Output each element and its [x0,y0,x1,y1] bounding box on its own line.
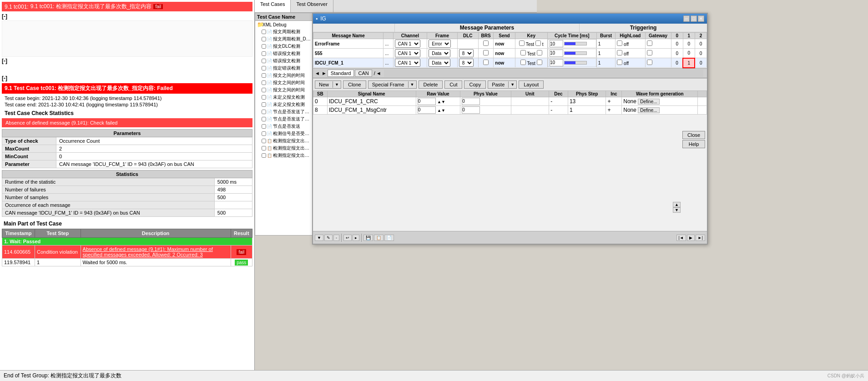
can-nav-right[interactable]: ► [322,70,327,76]
list-item[interactable]: 📄报文周期检测 [255,28,313,35]
toolbar-btn-3[interactable]: - [333,235,339,241]
highload-checkbox[interactable] [617,50,622,55]
list-item[interactable]: 📄节点是否发送 [255,123,313,130]
toolbar-play-prev[interactable]: |◄ [676,235,686,241]
ig-close-side-btn[interactable]: Close [682,131,705,139]
cut-btn[interactable]: Cut [444,80,462,89]
tab-test-observer[interactable]: Test Observer [291,0,333,12]
toolbar-btn-8[interactable]: 📄 [384,235,394,241]
list-item[interactable]: 📄错误报文检测 [255,57,313,65]
cycle-slider[interactable] [564,61,587,65]
paste-dropdown[interactable]: Paste ▼ [488,80,517,89]
sig-expand-up[interactable]: ▲ [673,202,681,207]
tree-checkbox[interactable] [262,117,266,121]
toolbar-play[interactable]: ▶ [687,235,695,241]
tree-checkbox[interactable] [262,139,266,143]
frame-select[interactable]: Data [429,59,450,67]
cycle-slider[interactable] [564,51,587,55]
channel-select[interactable]: CAN 1 [395,40,420,48]
paste-arrow[interactable]: ▼ [508,81,516,88]
special-frame-dropdown[interactable]: Special Frame ▼ [368,80,417,89]
collapse-btn-3[interactable]: [-] [2,75,252,81]
toolbar-btn-7[interactable]: 📋 [374,235,384,241]
new-dropdown[interactable]: New ▼ [315,80,341,89]
toolbar-btn-6[interactable]: 💾 [363,235,373,241]
ig-close-btn[interactable]: ✕ [698,15,704,22]
raw-input[interactable] [418,98,436,105]
can-nav-left[interactable]: ◄ [315,70,320,76]
tree-checkbox[interactable] [262,88,266,92]
list-item[interactable]: 📄检测信号是否受重置定否被改变 [255,130,313,137]
channel-select[interactable]: CAN 1 [395,49,420,57]
toolbar-btn-4[interactable]: ↩ [343,235,352,241]
gateway-checkbox[interactable] [647,60,652,65]
toolbar-btn-2[interactable]: ✎ [324,235,333,241]
ig-minimize-btn[interactable]: ─ [683,15,690,22]
tree-checkbox[interactable] [262,102,266,107]
key-checkbox[interactable] [537,60,542,65]
tree-checkbox[interactable] [262,80,266,85]
tree-checkbox[interactable] [262,44,266,49]
list-item[interactable]: 📋检测指定报文出现了最多次数 [255,137,313,145]
list-item[interactable]: 📄未定义报文检测 [255,101,313,108]
ig-help-btn[interactable]: Help [682,140,705,148]
cycle-time-input[interactable] [550,50,563,57]
raw-input[interactable] [418,106,436,114]
can-tab-can[interactable]: CAN [355,70,372,77]
list-item[interactable]: 📄报文DLC检测 [255,43,313,50]
tree-checkbox[interactable] [262,59,266,63]
frame-select[interactable]: Error [429,40,451,48]
tree-checkbox[interactable] [262,146,266,150]
gateway-checkbox[interactable] [647,40,652,46]
ig-maximize-btn[interactable]: □ [691,15,697,22]
toolbar-btn-5[interactable]: ▸ [353,235,359,241]
test-checkbox[interactable] [519,40,525,46]
special-frame-arrow[interactable]: ▼ [408,81,416,88]
layout-btn[interactable]: Layout [519,80,544,89]
cycle-time-input[interactable] [550,59,563,66]
list-item[interactable]: 📄指定错误检测 [255,65,313,72]
dlc-select[interactable]: 8 [459,49,474,57]
list-item[interactable]: 📋检测指定报文出现了最多次数_指定内容 [255,152,313,159]
test-checkbox[interactable] [520,50,526,55]
define-btn[interactable]: Define... [638,99,659,105]
list-item[interactable]: 📋检测指定报文出现了最多次 [255,145,313,152]
define-btn[interactable]: Define... [638,107,659,113]
channel-select[interactable]: CAN 1 [395,59,420,67]
tree-checkbox[interactable] [262,30,266,34]
raw-spinner[interactable]: ▲▼ [437,99,445,104]
list-item[interactable]: 📄错误报文检测 [255,50,313,57]
highload-checkbox[interactable] [617,40,622,46]
raw-spinner[interactable]: ▲▼ [437,108,445,112]
key-checkbox[interactable] [537,50,542,55]
key-checkbox[interactable] [535,40,541,46]
list-item[interactable]: 📄报文之间的时间 [255,86,313,94]
cycle-time-input[interactable] [550,40,563,47]
highload-checkbox[interactable] [617,60,622,65]
tree-checkbox[interactable] [262,37,266,41]
can-scrollbar[interactable] [384,70,703,77]
gateway-checkbox[interactable] [647,50,652,55]
list-item[interactable]: 📄报文之间的时间 [255,79,313,86]
frame-select[interactable]: Data [429,49,450,57]
collapse-btn-1[interactable]: [-] [2,13,252,20]
list-item[interactable]: 📁XML Debug [255,21,313,28]
toolbar-play-next[interactable]: ►| [696,235,705,241]
can-tab-standard[interactable]: Standard [328,70,354,77]
delete-btn[interactable]: Delete [419,80,443,89]
clone-btn[interactable]: Clone [343,80,366,89]
list-item[interactable]: 📄节点是否发送了消息 [255,108,313,115]
tree-checkbox[interactable] [262,131,266,136]
brs-checkbox[interactable] [483,40,489,46]
list-item[interactable]: 📄报文之间的时间 [255,72,313,79]
tree-checkbox[interactable] [262,95,266,100]
tree-checkbox[interactable] [262,124,266,129]
phys-input[interactable] [462,106,480,114]
toolbar-btn-1[interactable]: ▼ [315,235,323,241]
tree-checkbox[interactable] [262,110,266,114]
cycle-slider[interactable] [564,42,587,45]
tree-checkbox[interactable] [262,73,266,78]
copy-btn[interactable]: Copy [464,80,486,89]
dlc-select[interactable]: 8 [459,59,474,67]
tab-test-cases[interactable]: Test Cases [255,0,291,12]
